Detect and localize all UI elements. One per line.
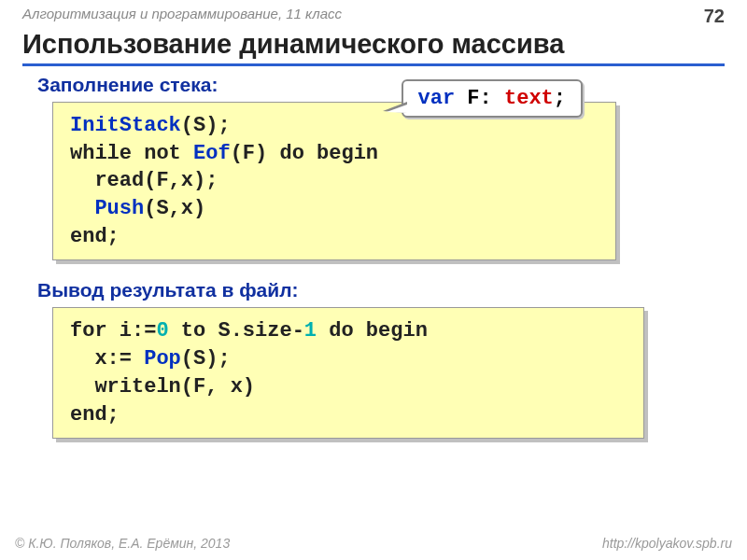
- callout-tail-icon: [383, 102, 407, 113]
- callout-var-name: F: [455, 87, 479, 110]
- section2-title: Вывод результата в файл:: [37, 279, 747, 301]
- code-block-2: for i:=0 to S.size-1 do begin x:= Pop(S)…: [52, 307, 644, 439]
- code2-pop: Pop: [144, 347, 181, 371]
- code2-l3: writeln(F, x): [70, 375, 255, 399]
- page-number: 72: [704, 6, 725, 27]
- code2-zero: 0: [156, 319, 168, 343]
- footer-url: http://kpolyakov.spb.ru: [602, 536, 732, 551]
- callout-type: text: [504, 87, 554, 110]
- callout-var-decl: var F: text;: [402, 79, 583, 118]
- code-block-1: InitStack(S); while not Eof(F) do begin …: [52, 102, 616, 260]
- code1-push: Push: [94, 197, 144, 220]
- code1-l2b: (F) do begin: [231, 142, 378, 165]
- code2-l1b: to S.size-: [169, 319, 304, 343]
- code1-l4b: (S,x): [144, 197, 205, 220]
- code1-eof: Eof: [193, 142, 231, 165]
- page-title: Использование динамического массива: [22, 29, 725, 66]
- code2-l2b: (S);: [181, 347, 231, 371]
- callout-kw-var: var: [418, 87, 456, 110]
- code1-l5: end;: [70, 225, 120, 248]
- code1-l2a: while not: [70, 142, 193, 165]
- section1-title: Заполнение стека:: [37, 74, 747, 96]
- footer-authors: © К.Ю. Поляков, Е.А. Ерёмин, 2013: [15, 536, 230, 551]
- code1-initstack: InitStack: [70, 114, 181, 137]
- code2-l4: end;: [70, 403, 120, 427]
- code2-one: 1: [304, 319, 317, 343]
- code2-l2a: x:=: [70, 347, 144, 371]
- code2-l1a: for i:=: [70, 319, 156, 343]
- code1-l1-rest: (S);: [181, 114, 231, 137]
- code-block-1-wrap: var F: text; InitStack(S); while not Eof…: [52, 102, 616, 260]
- course-label: Алгоритмизация и программирование, 11 кл…: [22, 6, 342, 27]
- code-block-2-wrap: for i:=0 to S.size-1 do begin x:= Pop(S)…: [52, 307, 644, 439]
- code2-l1c: do begin: [317, 319, 428, 343]
- slide-footer: © К.Ю. Поляков, Е.А. Ерёмин, 2013 http:/…: [0, 536, 747, 551]
- callout-semi: ;: [554, 87, 566, 110]
- callout-colon: :: [480, 87, 504, 110]
- code1-l4sp: [70, 197, 94, 220]
- code1-l3: read(F,x);: [70, 169, 218, 192]
- slide-header: Алгоритмизация и программирование, 11 кл…: [0, 0, 747, 29]
